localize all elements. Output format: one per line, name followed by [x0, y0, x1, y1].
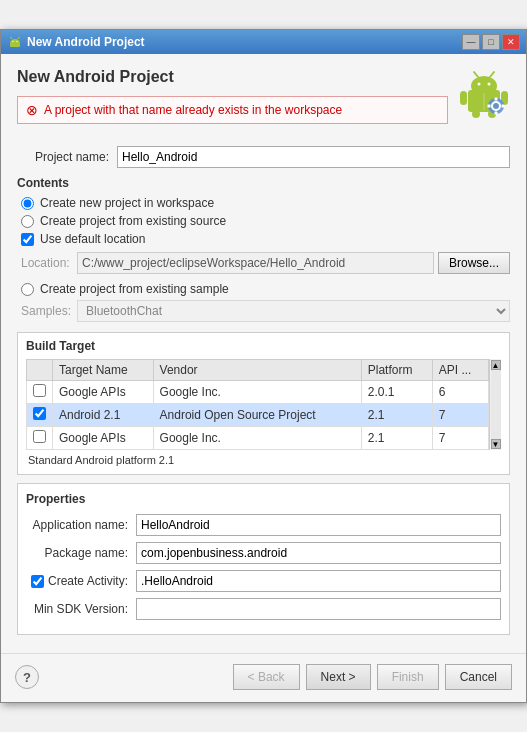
col-check	[27, 360, 53, 381]
next-button[interactable]: Next >	[306, 664, 371, 690]
row-check-1[interactable]	[27, 381, 53, 404]
scroll-track	[491, 370, 501, 439]
build-target-title: Build Target	[26, 339, 501, 353]
properties-title: Properties	[26, 492, 501, 506]
table-row[interactable]: Android 2.1 Android Open Source Project …	[27, 404, 489, 427]
svg-rect-21	[488, 105, 491, 108]
cancel-button[interactable]: Cancel	[445, 664, 512, 690]
title-text: New Android Project	[27, 35, 145, 49]
row-vendor-2: Android Open Source Project	[153, 404, 361, 427]
close-button[interactable]: ✕	[502, 34, 520, 50]
footer-buttons: < Back Next > Finish Cancel	[233, 664, 512, 690]
radio-existing-source[interactable]	[21, 215, 34, 228]
help-button[interactable]: ?	[15, 665, 39, 689]
radio-existing-source-label: Create project from existing source	[40, 214, 226, 228]
title-bar: New Android Project — □ ✕	[1, 30, 526, 54]
row-api-1: 6	[432, 381, 488, 404]
build-target-section: Build Target Target Name Vendor Platform…	[17, 332, 510, 475]
row-vendor-1: Google Inc.	[153, 381, 361, 404]
pkg-name-label: Package name:	[26, 546, 136, 560]
row-platform-3: 2.1	[361, 427, 432, 450]
header-left: New Android Project ⊗ A project with tha…	[17, 68, 448, 136]
contents-label: Contents	[17, 176, 510, 190]
build-target-status: Standard Android platform 2.1	[26, 454, 501, 466]
project-name-row: Project name:	[17, 146, 510, 168]
browse-button[interactable]: Browse...	[438, 252, 510, 274]
app-name-input[interactable]	[136, 514, 501, 536]
use-default-location-row: Use default location	[17, 232, 510, 246]
row-check-3[interactable]	[27, 427, 53, 450]
build-table-scroll-area: Target Name Vendor Platform API ... Goog…	[26, 359, 489, 450]
table-row[interactable]: Google APIs Google Inc. 2.0.1 6	[27, 381, 489, 404]
sdk-input[interactable]	[136, 598, 501, 620]
col-platform: Platform	[361, 360, 432, 381]
android-logo-svg	[458, 68, 510, 120]
pkg-name-input[interactable]	[136, 542, 501, 564]
svg-point-8	[478, 83, 481, 86]
row-name-3: Google APIs	[53, 427, 154, 450]
row-2-checkbox[interactable]	[33, 407, 46, 420]
radio-new-project-row: Create new project in workspace	[17, 196, 510, 210]
row-api-3: 7	[432, 427, 488, 450]
error-icon: ⊗	[26, 102, 38, 118]
minimize-button[interactable]: —	[462, 34, 480, 50]
svg-point-9	[488, 83, 491, 86]
location-row: Location: Browse...	[17, 252, 510, 274]
properties-section: Properties Application name: Package nam…	[17, 483, 510, 635]
svg-rect-19	[495, 98, 498, 101]
svg-line-5	[18, 37, 20, 39]
row-3-checkbox[interactable]	[33, 430, 46, 443]
radio-existing-source-row: Create project from existing source	[17, 214, 510, 228]
samples-label: Samples:	[21, 304, 77, 318]
svg-rect-20	[495, 112, 498, 115]
scrollbar[interactable]: ▲ ▼	[489, 359, 501, 450]
use-default-location-label: Use default location	[40, 232, 145, 246]
row-platform-1: 2.0.1	[361, 381, 432, 404]
error-bar: ⊗ A project with that name already exist…	[17, 96, 448, 124]
svg-point-2	[12, 41, 13, 42]
col-vendor: Vendor	[153, 360, 361, 381]
radio-existing-sample-row: Create project from existing sample	[17, 282, 510, 296]
sdk-row: Min SDK Version:	[26, 598, 501, 620]
title-controls: — □ ✕	[462, 34, 520, 50]
maximize-button[interactable]: □	[482, 34, 500, 50]
activity-input[interactable]	[136, 570, 501, 592]
android-logo	[458, 68, 510, 123]
project-name-input[interactable]	[117, 146, 510, 168]
svg-point-3	[16, 41, 17, 42]
activity-label: Create Activity:	[26, 574, 136, 588]
activity-checkbox[interactable]	[31, 575, 44, 588]
location-label: Location:	[21, 256, 77, 270]
row-name-1: Google APIs	[53, 381, 154, 404]
use-default-location-checkbox[interactable]	[21, 233, 34, 246]
row-api-2: 7	[432, 404, 488, 427]
sdk-label: Min SDK Version:	[26, 602, 136, 616]
scroll-down[interactable]: ▼	[491, 439, 501, 449]
row-1-checkbox[interactable]	[33, 384, 46, 397]
finish-button[interactable]: Finish	[377, 664, 439, 690]
title-bar-left: New Android Project	[7, 34, 145, 50]
svg-rect-14	[472, 110, 480, 118]
scroll-up[interactable]: ▲	[491, 360, 501, 370]
back-button[interactable]: < Back	[233, 664, 300, 690]
radio-new-project[interactable]	[21, 197, 34, 210]
page-title: New Android Project	[17, 68, 448, 86]
build-table: Target Name Vendor Platform API ... Goog…	[26, 359, 489, 450]
svg-line-11	[490, 72, 494, 77]
build-table-container: Target Name Vendor Platform API ... Goog…	[26, 359, 501, 450]
svg-rect-1	[10, 43, 20, 47]
radio-new-project-label: Create new project in workspace	[40, 196, 214, 210]
header-area: New Android Project ⊗ A project with tha…	[17, 68, 510, 136]
col-api: API ...	[432, 360, 488, 381]
activity-row: Create Activity:	[26, 570, 501, 592]
title-android-icon	[7, 34, 23, 50]
radio-existing-sample[interactable]	[21, 283, 34, 296]
samples-row: Samples: BluetoothChat	[17, 300, 510, 322]
location-input	[77, 252, 434, 274]
project-name-label: Project name:	[17, 150, 117, 164]
main-window: New Android Project — □ ✕ New Android Pr…	[0, 29, 527, 703]
table-row[interactable]: Google APIs Google Inc. 2.1 7	[27, 427, 489, 450]
row-name-2: Android 2.1	[53, 404, 154, 427]
row-check-2[interactable]	[27, 404, 53, 427]
row-vendor-3: Google Inc.	[153, 427, 361, 450]
